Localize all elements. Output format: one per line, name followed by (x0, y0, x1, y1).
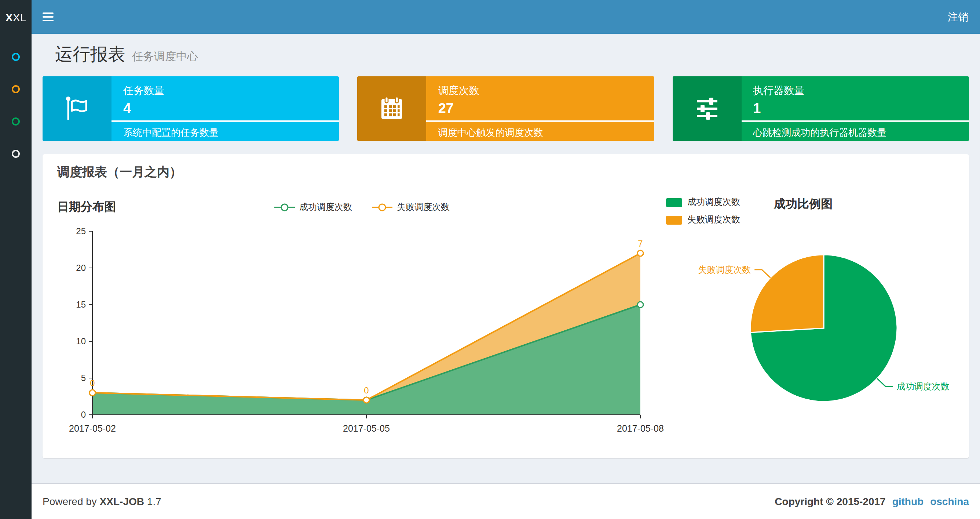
content-header: 运行报表任务调度中心 (43, 34, 969, 76)
svg-text:0: 0 (90, 378, 95, 388)
sidebar-item-1[interactable] (0, 40, 32, 73)
stat-box-job-count: 任务数量 4 系统中配置的任务数量 (43, 76, 339, 141)
svg-text:2017-05-05: 2017-05-05 (343, 423, 390, 433)
svg-text:失败调度次数: 失败调度次数 (698, 265, 751, 275)
line-marker-icon (274, 202, 296, 212)
pie-chart-canvas: 成功调度次数失败调度次数 (666, 234, 959, 438)
svg-text:20: 20 (76, 263, 86, 273)
stat-title: 任务数量 (123, 85, 328, 97)
svg-text:15: 15 (76, 300, 86, 310)
stat-value: 27 (438, 101, 643, 117)
pie-chart-title: 成功比例图 (774, 196, 832, 212)
page-footer: Powered by XXL-JOB 1.7 Copyright © 2015-… (32, 483, 980, 519)
stat-boxes-row: 任务数量 4 系统中配置的任务数量 (43, 76, 969, 141)
page-title: 运行报表 (55, 44, 126, 64)
sidebar-item-2[interactable] (0, 73, 32, 105)
report-panel: 调度报表（一月之内） 日期分布图 成功调度次数 (43, 154, 969, 458)
svg-text:5: 5 (81, 373, 86, 383)
legend-item-success[interactable]: 成功调度次数 (274, 201, 352, 213)
app-version: 1.7 (147, 495, 161, 507)
sidebar-item-3[interactable] (0, 105, 32, 137)
svg-text:0: 0 (364, 385, 369, 395)
stat-box-trigger-count: 调度次数 27 调度中心触发的调度次数 (358, 76, 654, 141)
svg-text:25: 25 (76, 226, 86, 236)
legend-label: 失败调度次数 (687, 214, 740, 226)
app-logo[interactable]: XXL (0, 0, 32, 34)
stat-desc: 系统中配置的任务数量 (111, 120, 339, 141)
legend-label: 成功调度次数 (687, 196, 740, 209)
circle-outline-icon (12, 53, 20, 61)
legend-item-fail[interactable]: 失败调度次数 (666, 214, 740, 226)
stat-title: 调度次数 (438, 85, 643, 97)
line-marker-icon (371, 202, 393, 212)
hamburger-icon (42, 10, 53, 23)
svg-text:0: 0 (81, 410, 86, 420)
logout-link[interactable]: 注销 (936, 0, 980, 34)
oschina-link[interactable]: oschina (930, 495, 969, 507)
svg-text:10: 10 (76, 336, 86, 346)
legend-swatch-icon (666, 198, 682, 207)
legend-item-fail[interactable]: 失败调度次数 (371, 201, 450, 213)
circle-outline-icon (12, 149, 20, 158)
powered-by: Powered by XXL-JOB 1.7 (43, 495, 161, 507)
legend-swatch-icon (666, 216, 682, 224)
sidebar-item-4[interactable] (0, 137, 32, 169)
date-distribution-chart: 日期分布图 成功调度次数 失败调度次数 (57, 196, 666, 445)
legend-label: 成功调度次数 (299, 201, 352, 213)
legend-item-success[interactable]: 成功调度次数 (666, 196, 740, 209)
svg-text:成功调度次数: 成功调度次数 (897, 382, 950, 391)
page-subtitle: 任务调度中心 (132, 50, 198, 62)
svg-text:2017-05-08: 2017-05-08 (617, 423, 664, 433)
stat-title: 执行器数量 (753, 85, 957, 97)
app-window: XXL 注销 运行报表任务调度中心 (0, 0, 980, 519)
top-navbar: XXL 注销 (0, 0, 980, 34)
svg-text:2017-05-02: 2017-05-02 (69, 423, 116, 433)
app-name: XXL-JOB (100, 495, 144, 507)
stat-desc: 调度中心触发的调度次数 (426, 120, 654, 141)
circle-outline-icon (12, 85, 20, 93)
success-ratio-chart: 成功调度次数 失败调度次数 成功比例图 成功调度次数失败调度次数 (666, 196, 959, 445)
github-link[interactable]: github (892, 495, 924, 507)
powered-prefix: Powered by (43, 495, 97, 507)
circle-outline-icon (12, 117, 20, 125)
sidebar-nav (0, 34, 32, 519)
stat-value: 4 (123, 101, 328, 117)
sidebar-toggle-button[interactable] (32, 0, 64, 34)
logo-text: XL (13, 11, 26, 23)
stat-box-executor-count: 执行器数量 1 心跳检测成功的执行器机器数量 (672, 76, 969, 141)
stat-desc: 心跳检测成功的执行器机器数量 (741, 120, 969, 141)
pie-chart-legend: 成功调度次数 失败调度次数 (666, 196, 740, 226)
line-chart-legend: 成功调度次数 失败调度次数 (274, 196, 450, 218)
flag-icon (43, 76, 111, 141)
sliders-icon (672, 76, 741, 141)
panel-title: 调度报表（一月之内） (43, 154, 969, 187)
stat-value: 1 (753, 101, 957, 117)
logo-text-bold: X (5, 11, 13, 23)
main-content: 运行报表任务调度中心 任务数量 (32, 34, 980, 483)
legend-label: 失败调度次数 (397, 201, 450, 213)
copyright-text: Copyright © 2015-2017 (775, 495, 885, 507)
calendar-icon (358, 76, 426, 141)
svg-text:7: 7 (638, 239, 643, 249)
area-chart-canvas: 05101520252017-05-022017-05-052017-05-08… (57, 221, 666, 445)
